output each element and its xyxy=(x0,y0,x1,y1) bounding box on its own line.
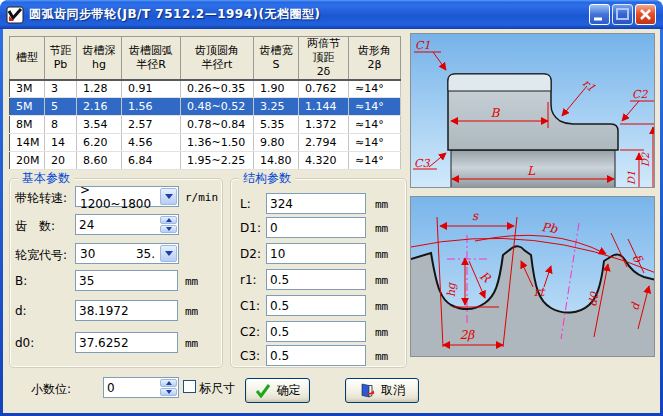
speed-unit: r/min xyxy=(185,191,218,204)
table-cell[interactable]: 0.762 xyxy=(299,80,349,98)
table-cell[interactable]: 14M xyxy=(10,134,45,152)
d1-input[interactable] xyxy=(266,217,366,238)
d-unit: mm xyxy=(185,305,198,318)
table-cell[interactable]: 3.54 xyxy=(77,116,122,134)
table-cell[interactable]: 2.16 xyxy=(77,98,122,116)
width-code-label: 轮宽代号: xyxy=(15,247,67,264)
table-cell[interactable]: ≈14° xyxy=(349,98,401,116)
table-cell[interactable]: 4.56 xyxy=(122,134,181,152)
table-cell[interactable]: 3.25 xyxy=(254,98,299,116)
table-cell[interactable]: 3 xyxy=(45,80,77,98)
table-row[interactable]: 3M31.280.910.26~0.351.900.762≈14° xyxy=(10,80,401,98)
table-row[interactable]: 5M52.161.560.48~0.523.251.144≈14° xyxy=(10,98,401,116)
decimal-spin-up-button[interactable] xyxy=(160,379,177,387)
table-row[interactable]: 14M146.204.561.36~1.509.802.794≈14° xyxy=(10,134,401,152)
cancel-button-label: 取消 xyxy=(381,382,405,399)
r1-input[interactable] xyxy=(266,269,366,290)
dim-label-l: L xyxy=(527,164,536,178)
teeth-input[interactable] xyxy=(76,215,159,234)
table-cell[interactable]: 5M xyxy=(10,98,45,116)
table-cell[interactable]: 1.95~2.25 xyxy=(181,152,254,170)
arrow-down-icon xyxy=(166,390,172,394)
close-button[interactable] xyxy=(635,4,656,25)
table-cell[interactable]: 3M xyxy=(10,80,45,98)
d-input[interactable] xyxy=(75,300,178,321)
teeth-spinner[interactable] xyxy=(75,214,179,235)
teeth-spin-down-button[interactable] xyxy=(160,225,177,233)
dim-label-d2: D2 xyxy=(640,152,651,167)
table-cell[interactable]: ≈14° xyxy=(349,134,401,152)
pulley-section-diagram: C1 B r1 C2 C3 L D1 D2 xyxy=(410,33,655,188)
table-cell[interactable]: 8 xyxy=(45,116,77,134)
c3-unit: mm xyxy=(375,350,388,363)
table-cell[interactable]: ≈14° xyxy=(349,152,401,170)
maximize-button[interactable] xyxy=(612,4,633,25)
window-title: 圆弧齿同步带轮(JB/T 7512.2—1994)(无档圈型) xyxy=(29,6,321,23)
c3-label: C3: xyxy=(240,349,260,363)
column-header: 节距 Pb xyxy=(45,37,77,80)
table-cell[interactable]: 6.20 xyxy=(77,134,122,152)
c2-input[interactable] xyxy=(266,321,366,342)
basic-params-title: 基本参数 xyxy=(18,170,74,187)
table-cell[interactable]: 8M xyxy=(10,116,45,134)
width-code-dropdown-button[interactable] xyxy=(160,245,177,262)
d0-input[interactable] xyxy=(75,332,178,353)
table-cell[interactable]: 5 xyxy=(45,98,77,116)
table-cell[interactable]: 20 xyxy=(45,152,77,170)
table-cell[interactable]: 20M xyxy=(10,152,45,170)
table-cell[interactable]: 1.28 xyxy=(77,80,122,98)
column-header: 齿槽圆弧 半径R xyxy=(122,37,181,80)
teeth-spin-up-button[interactable] xyxy=(160,216,177,224)
dim-label-c1: C1 xyxy=(415,39,430,52)
table-cell[interactable]: ≈14° xyxy=(349,80,401,98)
ok-button-label: 确定 xyxy=(277,382,301,399)
table-cell[interactable]: 9.80 xyxy=(254,134,299,152)
arrow-up-icon xyxy=(166,218,172,222)
table-cell[interactable]: 2.794 xyxy=(299,134,349,152)
table-header-row: 槽型节距 Pb齿槽深 hg齿槽圆弧 半径R齿顶圆角 半径rt齿槽宽 S两倍节 顶… xyxy=(10,37,401,80)
table-cell[interactable]: 0.26~0.35 xyxy=(181,80,254,98)
table-row[interactable]: 20M208.606.841.95~2.2514.804.320≈14° xyxy=(10,152,401,170)
d2-input[interactable] xyxy=(266,243,366,264)
table-cell[interactable]: 0.78~0.84 xyxy=(181,116,254,134)
table-cell[interactable]: 0.91 xyxy=(122,80,181,98)
table-cell[interactable]: 14 xyxy=(45,134,77,152)
close-icon xyxy=(636,5,655,24)
table-cell[interactable]: 1.144 xyxy=(299,98,349,116)
belt-spec-table[interactable]: 槽型节距 Pb齿槽深 hg齿槽圆弧 半径R齿顶圆角 半径rt齿槽宽 S两倍节 顶… xyxy=(9,36,401,170)
mark-dimension-checkbox[interactable] xyxy=(183,380,196,393)
table-cell[interactable]: ≈14° xyxy=(349,116,401,134)
speed-dropdown-button[interactable] xyxy=(160,188,177,205)
table-cell[interactable]: 1.90 xyxy=(254,80,299,98)
chevron-down-icon xyxy=(165,251,173,256)
ok-button[interactable]: 确定 xyxy=(245,378,310,403)
decimal-spin-down-button[interactable] xyxy=(160,388,177,396)
title-bar[interactable]: 圆弧齿同步带轮(JB/T 7512.2—1994)(无档圈型) xyxy=(0,0,663,29)
b-input[interactable] xyxy=(75,270,178,291)
column-header: 齿顶圆角 半径rt xyxy=(181,37,254,80)
l-input[interactable] xyxy=(266,193,366,214)
c1-input[interactable] xyxy=(266,295,366,316)
table-cell[interactable]: 8.60 xyxy=(77,152,122,170)
decimal-places-spinner[interactable] xyxy=(103,377,179,398)
cancel-button[interactable]: 取消 xyxy=(345,378,419,403)
dialog-client-area: 槽型节距 Pb齿槽深 hg齿槽圆弧 半径R齿顶圆角 半径rt齿槽宽 S两倍节 顶… xyxy=(3,29,660,413)
speed-combobox[interactable]: > 1200~1800 xyxy=(75,186,179,207)
l-unit: mm xyxy=(375,198,388,211)
table-cell[interactable]: 1.56 xyxy=(122,98,181,116)
decimal-places-input[interactable] xyxy=(104,378,159,397)
chevron-down-icon xyxy=(165,194,173,199)
minimize-button[interactable] xyxy=(589,4,610,25)
width-code-combobox[interactable]: 30 35. xyxy=(75,243,179,264)
table-cell[interactable]: 5.35 xyxy=(254,116,299,134)
table-cell[interactable]: 2.57 xyxy=(122,116,181,134)
table-cell[interactable]: 14.80 xyxy=(254,152,299,170)
table-row[interactable]: 8M83.542.570.78~0.845.351.372≈14° xyxy=(10,116,401,134)
table-cell[interactable]: 4.320 xyxy=(299,152,349,170)
table-cell[interactable]: 1.372 xyxy=(299,116,349,134)
table-cell[interactable]: 0.48~0.52 xyxy=(181,98,254,116)
column-header: 槽型 xyxy=(10,37,45,80)
c3-input[interactable] xyxy=(266,345,366,366)
table-cell[interactable]: 1.36~1.50 xyxy=(181,134,254,152)
table-cell[interactable]: 6.84 xyxy=(122,152,181,170)
